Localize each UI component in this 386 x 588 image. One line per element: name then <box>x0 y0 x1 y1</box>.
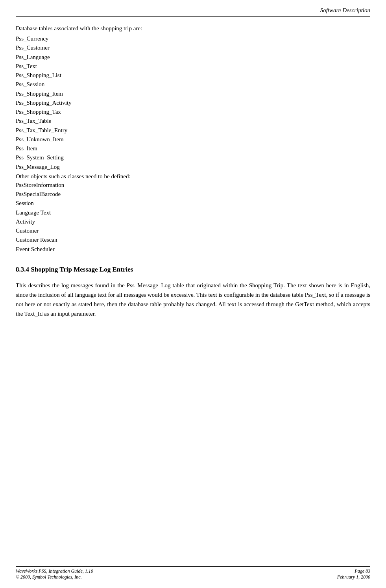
db-table-item: Pss_Message_Log <box>16 163 370 172</box>
db-table-item: Pss_System_Setting <box>16 153 370 162</box>
db-table-item: Pss_Currency <box>16 34 370 43</box>
other-object-item: Activity <box>16 217 370 226</box>
db-table-item: Pss_Text <box>16 62 370 71</box>
db-table-item: Pss_Customer <box>16 43 370 52</box>
db-table-item: Pss_Shopping_Activity <box>16 98 370 107</box>
intro-text: Database tables associated with the shop… <box>16 25 370 32</box>
page-header: Software Description <box>16 0 370 16</box>
db-table-item: Pss_Shopping_List <box>16 71 370 80</box>
other-object-item: PssStoreInformation <box>16 181 370 190</box>
footer-right-line1: Page 83 <box>337 568 370 574</box>
db-table-item: Pss_Unknown_Item <box>16 135 370 144</box>
other-object-item: Customer <box>16 226 370 235</box>
footer-left-line1: WaveWorks PSS, Integration Guide, 1.10 <box>16 568 93 574</box>
other-object-item: Session <box>16 199 370 208</box>
db-tables-list: Pss_CurrencyPss_CustomerPss_LanguagePss_… <box>16 34 370 172</box>
page-container: Software Description Database tables ass… <box>0 0 386 588</box>
footer-left-line2: © 2000, Symbol Technologies, Inc. <box>16 574 93 580</box>
db-table-item: Pss_Shopping_Tax <box>16 107 370 116</box>
page-footer: WaveWorks PSS, Integration Guide, 1.10 ©… <box>16 566 370 580</box>
other-objects-list: PssStoreInformationPssSpecialBarcodeSess… <box>16 181 370 254</box>
db-table-item: Pss_Language <box>16 53 370 62</box>
other-object-item: Language Text <box>16 208 370 217</box>
header-rule <box>16 16 370 17</box>
footer-right-line2: February 1, 2000 <box>337 574 370 580</box>
db-table-item: Pss_Session <box>16 80 370 89</box>
db-table-item: Pss_Shopping_Item <box>16 89 370 98</box>
other-object-item: Event Scheduler <box>16 245 370 254</box>
other-object-item: Customer Rescan <box>16 235 370 244</box>
section-heading: 8.3.4 Shopping Trip Message Log Entries <box>16 266 370 274</box>
footer-right: Page 83 February 1, 2000 <box>337 568 370 580</box>
db-table-item: Pss_Tax_Table <box>16 116 370 126</box>
footer-left: WaveWorks PSS, Integration Guide, 1.10 ©… <box>16 568 93 580</box>
other-object-item: PssSpecialBarcode <box>16 190 370 199</box>
section-paragraph: This describes the log messages found in… <box>16 281 370 318</box>
db-table-item: Pss_Tax_Table_Entry <box>16 126 370 135</box>
other-objects-label: Other objects such as classes need to be… <box>16 173 370 180</box>
db-table-item: Pss_Item <box>16 144 370 153</box>
header-title: Software Description <box>320 7 370 13</box>
